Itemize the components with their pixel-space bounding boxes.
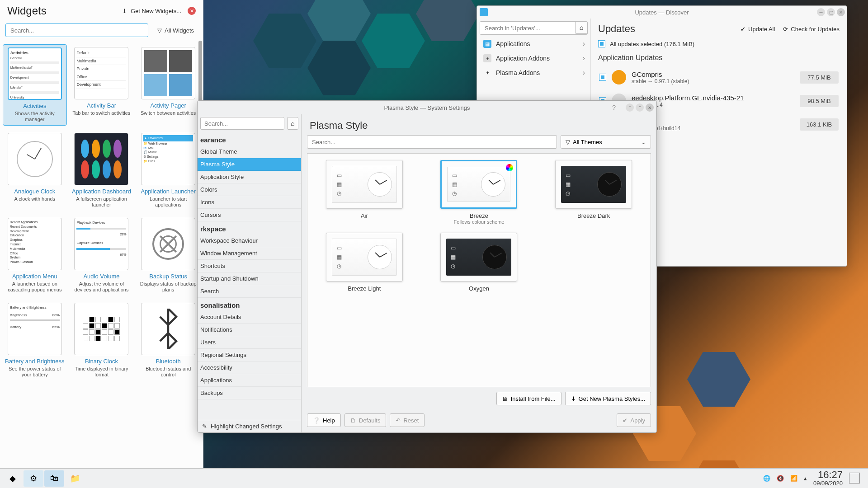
widget-item[interactable]: Backup StatusDisplays status of backup p… bbox=[136, 215, 200, 296]
widget-item[interactable]: DefaultMultimediaPrivateOfficeDevelopmen… bbox=[70, 44, 134, 126]
settings-item[interactable]: Plasma Style bbox=[198, 158, 301, 171]
theme-card[interactable]: ▭▦◷BreezeFollows colour scheme bbox=[429, 160, 530, 225]
minimize-icon[interactable]: ─ bbox=[817, 8, 825, 16]
highlight-changed-button[interactable]: ✎ Highlight Changed Settings bbox=[198, 420, 301, 432]
settings-item[interactable]: Cursors bbox=[198, 209, 301, 221]
widget-description: Adjust the volume of devices and applica… bbox=[71, 281, 132, 293]
discover-search-input[interactable] bbox=[480, 21, 588, 35]
widget-preview bbox=[74, 303, 128, 355]
theme-thumbnail[interactable]: ▭▦◷ bbox=[326, 160, 403, 209]
settings-item[interactable]: Startup and Shutdown bbox=[198, 272, 301, 285]
discover-category[interactable]: ＋Application Addons bbox=[480, 51, 588, 66]
settings-item[interactable]: Regional Settings bbox=[198, 349, 301, 361]
settings-item[interactable]: Account Details bbox=[198, 311, 301, 324]
widget-item[interactable]: Binary ClockTime displayed in binary for… bbox=[70, 300, 134, 380]
wifi-icon[interactable]: 📶 bbox=[790, 475, 797, 482]
widget-item[interactable]: BluetoothBluetooth status and control bbox=[136, 300, 200, 380]
widget-preview bbox=[141, 218, 195, 270]
widget-name: Battery and Brightness bbox=[5, 358, 65, 365]
update-checkbox[interactable] bbox=[599, 74, 606, 81]
get-new-widgets-button[interactable]: ⬇ Get New Widgets... bbox=[122, 8, 181, 14]
widget-item[interactable]: Activity PagerSwitch between activities bbox=[136, 44, 200, 126]
discover-category[interactable]: ▦Applications bbox=[480, 37, 588, 51]
update-row[interactable]: GComprisstable → 0.97.1 (stable)77.5 MiB bbox=[594, 66, 843, 89]
close-widgets-icon[interactable]: ✕ bbox=[188, 7, 196, 15]
globe-icon[interactable]: 🌐 bbox=[763, 475, 770, 482]
maximize-icon[interactable]: ▢ bbox=[827, 8, 835, 16]
reset-button[interactable]: ↶ Reset bbox=[390, 413, 425, 427]
update-size: 163.1 KiB bbox=[800, 118, 839, 131]
settings-item[interactable]: Accessibility bbox=[198, 361, 301, 374]
theme-name: Breeze bbox=[470, 212, 488, 219]
home-icon[interactable]: ⌂ bbox=[575, 21, 588, 34]
task-system-settings[interactable]: ⚙ bbox=[24, 470, 43, 487]
widgets-search-input[interactable] bbox=[5, 23, 148, 37]
apply-button[interactable]: ✔ Apply bbox=[617, 413, 651, 427]
update-all-button[interactable]: ✔ Update All bbox=[741, 26, 775, 33]
widgets-list[interactable]: ActivitiesGeneralMultimedia stuffDevelop… bbox=[0, 41, 203, 466]
settings-item[interactable]: Workspace Behaviour bbox=[198, 235, 301, 247]
widget-item[interactable]: Application DashboardA fullscreen applic… bbox=[70, 130, 134, 211]
settings-item[interactable]: Shortcuts bbox=[198, 260, 301, 272]
updates-heading: Updates bbox=[598, 23, 635, 35]
settings-item[interactable]: Backups bbox=[198, 387, 301, 399]
task-discover[interactable]: 🛍 bbox=[44, 470, 64, 487]
show-desktop-button[interactable] bbox=[849, 473, 860, 483]
settings-item[interactable]: Application Style bbox=[198, 171, 301, 183]
close-icon[interactable]: ✕ bbox=[837, 8, 845, 16]
volume-icon[interactable]: 🔇 bbox=[777, 475, 784, 482]
theme-card[interactable]: ▭▦◷Breeze Dark bbox=[543, 160, 644, 225]
theme-filter-dropdown[interactable]: ▽All Themes ⌄ bbox=[561, 135, 651, 149]
settings-item[interactable]: Icons bbox=[198, 196, 301, 209]
widget-preview bbox=[141, 47, 195, 99]
clock[interactable]: 16:27 09/09/2020 bbox=[813, 469, 843, 487]
help-icon[interactable]: ? bbox=[612, 104, 616, 111]
theme-card[interactable]: ▭▦◷Breeze Light bbox=[314, 233, 415, 292]
widget-preview: Battery and BrightnessBrightness 80%Batt… bbox=[8, 303, 62, 355]
system-settings-titlebar[interactable]: Plasma Style — System Settings ? ˅ ˄ ✕ bbox=[198, 101, 656, 114]
settings-item[interactable]: Users bbox=[198, 336, 301, 349]
settings-item[interactable]: Applications bbox=[198, 374, 301, 387]
theme-thumbnail[interactable]: ▭▦◷ bbox=[440, 160, 517, 209]
settings-item[interactable]: Window Management bbox=[198, 247, 301, 260]
select-all-checkbox[interactable] bbox=[598, 40, 605, 47]
settings-item[interactable]: Global Theme bbox=[198, 145, 301, 158]
check-updates-button[interactable]: ⟳ Check for Updates bbox=[783, 26, 840, 33]
settings-home-icon[interactable]: ⌂ bbox=[287, 117, 298, 130]
widget-item[interactable]: Analogue ClockA clock with hands bbox=[3, 130, 67, 211]
widget-item[interactable]: Playback Devices28%Capture Devices67%Aud… bbox=[70, 215, 134, 296]
close-icon[interactable]: ✕ bbox=[646, 103, 654, 112]
theme-thumbnail[interactable]: ▭▦◷ bbox=[555, 160, 632, 209]
help-button[interactable]: ❔ Help bbox=[307, 413, 341, 427]
settings-search-input[interactable] bbox=[200, 117, 284, 130]
settings-item[interactable]: Notifications bbox=[198, 324, 301, 336]
theme-search-input[interactable] bbox=[307, 135, 557, 149]
widget-preview: Recent ApplicationsRecent DocumentsDevel… bbox=[8, 218, 62, 270]
defaults-button[interactable]: 🗋 Defaults bbox=[344, 413, 387, 427]
discover-category[interactable]: ✦Plasma Addons bbox=[480, 66, 588, 80]
theme-card[interactable]: ▭▦◷Air bbox=[314, 160, 415, 225]
widget-description: Launcher to start applications bbox=[138, 196, 198, 208]
minimize-icon[interactable]: ˅ bbox=[626, 103, 634, 112]
get-new-styles-button[interactable]: ⬇ Get New Plasma Styles... bbox=[565, 392, 651, 405]
widget-item[interactable]: Recent ApplicationsRecent DocumentsDevel… bbox=[3, 215, 67, 296]
all-widgets-filter[interactable]: ▽ All Widgets bbox=[154, 25, 198, 36]
clock-date: 09/09/2020 bbox=[813, 480, 843, 487]
theme-thumbnail[interactable]: ▭▦◷ bbox=[326, 233, 403, 282]
task-file-manager[interactable]: 📁 bbox=[65, 470, 85, 487]
install-from-file-button[interactable]: 🗎 Install from File... bbox=[496, 392, 561, 405]
tray-expand-icon[interactable]: ▴ bbox=[804, 475, 807, 482]
theme-thumbnail[interactable]: ▭▦◷ bbox=[440, 233, 517, 282]
app-launcher-icon[interactable]: ◆ bbox=[3, 470, 23, 487]
settings-item[interactable]: Colors bbox=[198, 183, 301, 196]
application-updates-heading: Application Updates bbox=[591, 51, 847, 65]
maximize-icon[interactable]: ˄ bbox=[636, 103, 644, 112]
widget-item[interactable]: ActivitiesGeneralMultimedia stuffDevelop… bbox=[3, 44, 67, 126]
widget-item[interactable]: ★ Favourites📁 Web Browser📧 Mail🎵 Music⚙ … bbox=[136, 130, 200, 211]
system-tray: 🌐 🔇 📶 ▴ 16:27 09/09/2020 bbox=[763, 469, 865, 487]
widget-item[interactable]: Battery and BrightnessBrightness 80%Batt… bbox=[3, 300, 67, 380]
widget-preview: ★ Favourites📁 Web Browser📧 Mail🎵 Music⚙ … bbox=[141, 133, 195, 185]
settings-item[interactable]: Search bbox=[198, 285, 301, 298]
discover-titlebar[interactable]: Updates — Discover ─ ▢ ✕ bbox=[477, 6, 847, 19]
theme-card[interactable]: ▭▦◷Oxygen bbox=[429, 233, 530, 292]
